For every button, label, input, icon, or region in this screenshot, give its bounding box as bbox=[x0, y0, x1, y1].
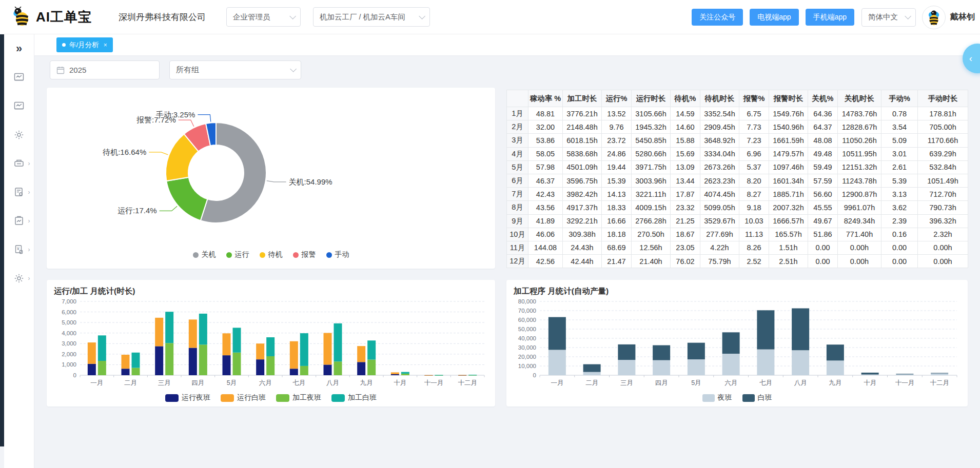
bar-segment-白班[interactable] bbox=[722, 332, 740, 354]
bar-segment-加工夜班[interactable] bbox=[132, 368, 140, 375]
pie-slice-运行[interactable] bbox=[166, 177, 207, 220]
legend-item[interactable]: 运行白班 bbox=[221, 393, 266, 402]
sidebar-item-billing[interactable]: ¥ › bbox=[4, 235, 34, 264]
tab-year-month-analysis[interactable]: 年/月分析 × bbox=[56, 37, 113, 52]
year-picker[interactable]: 2025 bbox=[50, 60, 160, 79]
bar-segment-运行夜班[interactable] bbox=[189, 348, 197, 375]
sidebar-item-work-orders[interactable]: › bbox=[4, 207, 34, 235]
bar-segment-白班[interactable] bbox=[653, 345, 670, 360]
bar-segment-运行白班[interactable] bbox=[256, 343, 264, 359]
bar-segment-夜班[interactable] bbox=[583, 372, 601, 375]
bar-segment-运行白班[interactable] bbox=[458, 375, 466, 376]
bar-segment-加工白班[interactable] bbox=[98, 335, 106, 361]
bar-segment-运行白班[interactable] bbox=[88, 342, 96, 364]
bar-segment-夜班[interactable] bbox=[548, 350, 566, 376]
bar-segment-加工夜班[interactable] bbox=[401, 374, 409, 375]
bar-segment-加工白班[interactable] bbox=[132, 353, 140, 368]
bar-segment-白班[interactable] bbox=[548, 317, 566, 350]
bar-segment-运行白班[interactable] bbox=[223, 333, 231, 355]
sidebar-collapse-toggle[interactable]: » bbox=[4, 34, 34, 63]
sidebar-item-report-config[interactable]: › bbox=[4, 178, 34, 207]
bar-segment-运行夜班[interactable] bbox=[324, 364, 332, 375]
legend-item[interactable]: 待机 bbox=[260, 250, 283, 259]
bar-segment-夜班[interactable] bbox=[618, 360, 635, 375]
user-avatar[interactable] bbox=[922, 6, 946, 29]
legend-item[interactable]: 报警 bbox=[293, 250, 316, 259]
bar-segment-运行白班[interactable] bbox=[357, 346, 365, 362]
legend-item[interactable]: 夜班 bbox=[702, 393, 732, 402]
bar-segment-运行夜班[interactable] bbox=[155, 346, 163, 375]
bar-segment-夜班[interactable] bbox=[757, 350, 774, 375]
bar-segment-加工白班[interactable] bbox=[468, 375, 477, 375]
bar-segment-夜班[interactable] bbox=[861, 375, 879, 375]
bar-segment-夜班[interactable] bbox=[792, 350, 809, 375]
bar-segment-白班[interactable] bbox=[827, 344, 844, 360]
language-select[interactable]: 简体中文 bbox=[861, 8, 916, 27]
bar-segment-白班[interactable] bbox=[931, 373, 948, 374]
bar-segment-加工夜班[interactable] bbox=[199, 344, 207, 375]
bar-segment-运行夜班[interactable] bbox=[290, 369, 298, 375]
bar-segment-运行白班[interactable] bbox=[122, 355, 130, 369]
bar-segment-加工白班[interactable] bbox=[199, 314, 207, 344]
bar-segment-白班[interactable] bbox=[896, 374, 913, 374]
bar-segment-加工夜班[interactable] bbox=[98, 361, 106, 375]
bar-segment-运行白班[interactable] bbox=[290, 341, 298, 369]
bar-segment-运行白班[interactable] bbox=[391, 372, 399, 374]
bar-segment-夜班[interactable] bbox=[688, 359, 705, 375]
bar-segment-白班[interactable] bbox=[583, 364, 601, 372]
sidebar-item-devices[interactable]: › bbox=[4, 149, 34, 178]
legend-item[interactable]: 白班 bbox=[742, 393, 772, 402]
sidebar-item-analysis-chart[interactable] bbox=[4, 92, 34, 120]
bar-segment-加工白班[interactable] bbox=[165, 312, 173, 343]
tab-close-icon[interactable]: × bbox=[104, 42, 107, 49]
bar-segment-加工白班[interactable] bbox=[435, 375, 443, 376]
role-select[interactable]: 企业管理员 bbox=[226, 7, 301, 27]
bar-segment-加工夜班[interactable] bbox=[165, 343, 173, 375]
bar-segment-加工夜班[interactable] bbox=[334, 361, 342, 375]
bar-segment-运行夜班[interactable] bbox=[122, 369, 130, 375]
group-select[interactable]: 所有组 bbox=[169, 60, 301, 79]
bar-segment-加工白班[interactable] bbox=[367, 340, 376, 359]
bar-segment-运行夜班[interactable] bbox=[357, 362, 365, 375]
legend-item[interactable]: 加工夜班 bbox=[276, 393, 321, 402]
bar-segment-加工夜班[interactable] bbox=[367, 360, 376, 375]
bar-segment-运行白班[interactable] bbox=[189, 319, 197, 348]
bar-segment-加工白班[interactable] bbox=[401, 372, 409, 374]
bar-segment-运行夜班[interactable] bbox=[88, 364, 96, 375]
workshop-select[interactable]: 机加云工厂 / 机加云A车间 bbox=[313, 7, 430, 27]
bar-segment-运行夜班[interactable] bbox=[391, 374, 399, 375]
sidebar-item-system-settings[interactable]: › bbox=[4, 264, 34, 293]
bar-segment-白班[interactable] bbox=[688, 343, 705, 359]
legend-item[interactable]: 运行 bbox=[226, 250, 249, 259]
bar-segment-夜班[interactable] bbox=[722, 354, 740, 375]
app-logo[interactable]: AI工单宝 bbox=[11, 7, 92, 27]
mobile-app-button[interactable]: 手机端app bbox=[806, 9, 854, 26]
tv-app-button[interactable]: 电视端app bbox=[750, 9, 798, 26]
bar-segment-加工白班[interactable] bbox=[266, 337, 275, 356]
bar-segment-加工夜班[interactable] bbox=[300, 366, 308, 375]
bar-segment-运行夜班[interactable] bbox=[256, 359, 264, 375]
bar-segment-运行白班[interactable] bbox=[155, 318, 163, 347]
bar-segment-加工白班[interactable] bbox=[300, 333, 308, 366]
legend-item[interactable]: 手动 bbox=[326, 250, 349, 259]
bar-segment-加工白班[interactable] bbox=[334, 323, 342, 361]
bar-segment-加工夜班[interactable] bbox=[266, 356, 275, 375]
bar-segment-夜班[interactable] bbox=[653, 360, 670, 375]
bar-segment-运行白班[interactable] bbox=[324, 333, 332, 365]
bar-segment-白班[interactable] bbox=[618, 344, 635, 360]
bar-segment-白班[interactable] bbox=[757, 310, 774, 349]
legend-item[interactable]: 运行夜班 bbox=[165, 393, 210, 402]
sidebar-item-realtime-chart[interactable] bbox=[4, 63, 34, 92]
bar-segment-夜班[interactable] bbox=[827, 360, 844, 375]
bar-segment-夜班[interactable] bbox=[931, 373, 948, 375]
follow-official-account-button[interactable]: 关注公众号 bbox=[692, 9, 743, 26]
legend-item[interactable]: 关机 bbox=[193, 250, 216, 259]
bar-segment-加工白班[interactable] bbox=[233, 328, 241, 352]
bar-segment-运行夜班[interactable] bbox=[223, 355, 231, 375]
bar-segment-运行白班[interactable] bbox=[425, 375, 433, 376]
legend-item[interactable]: 加工白班 bbox=[331, 393, 377, 402]
sidebar-item-settings[interactable] bbox=[4, 120, 34, 149]
bar-segment-白班[interactable] bbox=[792, 309, 809, 351]
bar-segment-加工夜班[interactable] bbox=[233, 353, 241, 375]
bar-segment-白班[interactable] bbox=[861, 373, 879, 375]
